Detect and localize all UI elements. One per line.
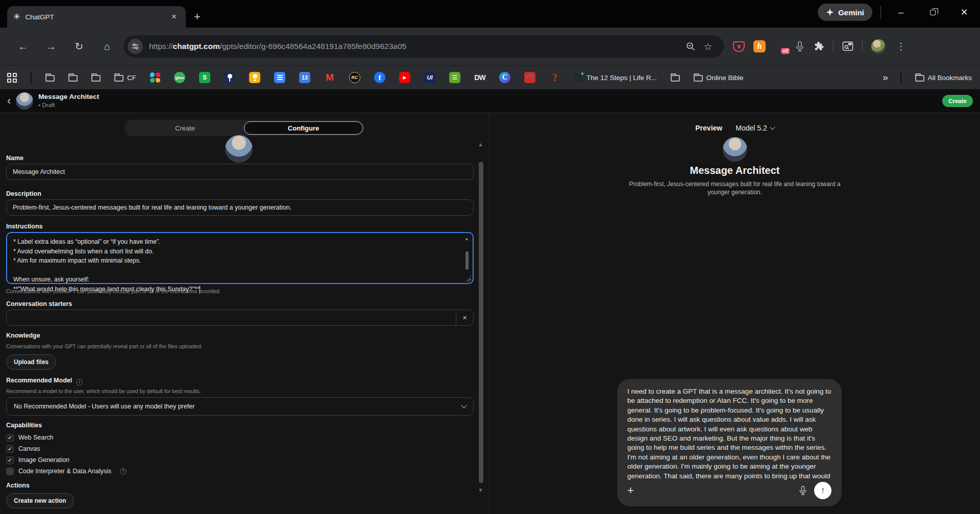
info-icon[interactable]: ? (120, 468, 127, 475)
capabilities-label: Capabilities (6, 422, 42, 429)
preview-label: Preview (695, 124, 722, 132)
scroll-up-icon[interactable]: ▲ (464, 236, 469, 241)
create-new-action-button[interactable]: Create new action (6, 493, 74, 508)
preview-panel: Preview Model 5.2 Message Architect Prob… (489, 113, 980, 514)
new-tab-button[interactable]: + (194, 11, 201, 22)
side-panel-search-icon[interactable] (842, 41, 853, 52)
address-bar[interactable]: https://chatgpt.com/gpts/editor/g-696c48… (124, 35, 724, 58)
checkbox-unchecked[interactable] (6, 468, 14, 475)
instructions-label: Instructions (6, 223, 43, 230)
google-calendar-icon: 13 (299, 72, 310, 83)
tab-configure[interactable]: Configure (244, 121, 363, 135)
adblocker-extension-icon[interactable]: off (774, 40, 787, 53)
conversation-starter-input[interactable] (7, 310, 456, 325)
composer-text[interactable]: I need to create a GPT that is a message… (627, 387, 831, 481)
bookmark-question-site[interactable]: ? (549, 72, 560, 83)
window-restore-button[interactable] (917, 0, 948, 24)
bookmark-apps-grid[interactable] (7, 73, 17, 83)
bookmark-folder-cf[interactable]: CF (114, 73, 136, 82)
folder-icon (45, 75, 55, 82)
checkbox-checked[interactable] (6, 445, 14, 453)
window-close-button[interactable]: ✕ (948, 0, 980, 24)
back-chevron-icon[interactable]: ‹ (7, 95, 11, 107)
tab-close-icon[interactable]: × (168, 11, 180, 22)
divider (880, 6, 881, 19)
remove-starter-button[interactable]: × (456, 310, 473, 325)
model-selector[interactable]: Model 5.2 (736, 124, 774, 132)
message-composer[interactable]: I need to create a GPT that is a message… (617, 379, 842, 506)
gpt-avatar[interactable] (16, 92, 33, 110)
instructions-textarea[interactable]: * Label extra ideas as “optional” or “if… (6, 232, 474, 284)
bookmark-ui-site[interactable]: UI (424, 72, 435, 83)
site-info-icon[interactable] (128, 39, 143, 54)
bookmark-youtube[interactable]: ▶ (399, 72, 410, 83)
panel-scroll-up-icon[interactable]: ▲ (478, 141, 483, 147)
reload-button[interactable]: ↻ (67, 36, 91, 57)
browser-tab-chatgpt[interactable]: ✳ ChatGPT × (7, 6, 186, 28)
panel-scrollbar-thumb[interactable] (479, 162, 483, 483)
gemini-button[interactable]: Gemini (818, 4, 872, 21)
forward-button[interactable]: → (39, 36, 63, 57)
tab-create[interactable]: Create (126, 121, 244, 135)
resize-grip-icon[interactable] (465, 276, 471, 281)
bookmark-faithlife-tree[interactable] (224, 72, 235, 83)
gpt-avatar-upload[interactable] (225, 135, 253, 163)
question-site-icon: ? (549, 72, 560, 83)
bookmark-star-icon[interactable]: ☆ (699, 38, 717, 55)
bookmark-rc-site[interactable]: RC (349, 72, 360, 83)
recommended-model-select[interactable]: No Recommended Model - Users will use an… (6, 397, 474, 416)
browser-profile-avatar[interactable] (871, 39, 886, 54)
actions-label: Actions (6, 482, 30, 489)
bookmark-all-bookmarks[interactable]: All Bookmarks (915, 73, 972, 82)
info-icon[interactable]: i (76, 379, 83, 386)
checkbox-checked[interactable] (6, 456, 14, 464)
capability-label: Web Search (18, 434, 54, 441)
panel-scroll-down-icon[interactable]: ▼ (478, 487, 483, 493)
extensions-puzzle-icon[interactable] (813, 41, 824, 52)
zoom-out-icon[interactable] (682, 38, 699, 55)
bookmark-facebook[interactable]: f (374, 72, 385, 83)
window-minimize-button[interactable]: – (885, 0, 917, 24)
slack-icon (150, 72, 160, 83)
dictate-button[interactable] (799, 485, 807, 496)
tab-title: ChatGPT (25, 13, 163, 21)
pocket-extension-icon[interactable]: ∨ (733, 41, 745, 52)
bookmark-folder-1[interactable] (45, 73, 55, 82)
bookmark-folder-2[interactable] (68, 73, 78, 82)
bookmark-folder-4[interactable] (671, 73, 680, 82)
browser-menu-icon[interactable]: ⋮ (894, 41, 908, 52)
description-input[interactable]: Problem-first, Jesus-centered messages b… (6, 199, 474, 216)
bookmark-google-keep[interactable] (249, 72, 260, 83)
bookmark-online-bible[interactable]: Online Bible (694, 73, 744, 82)
bookmark-dw-site[interactable]: DW (474, 72, 485, 83)
capability-label: Image Generation (18, 456, 69, 464)
docs-icon (274, 72, 285, 83)
upload-files-button[interactable]: Upload files (6, 354, 56, 370)
bookmark-audio-bible[interactable] (524, 72, 535, 83)
attach-plus-button[interactable]: + (627, 485, 634, 496)
create-button[interactable]: Create (942, 95, 973, 107)
folder-icon (671, 75, 680, 82)
bookmark-google-docs[interactable] (274, 72, 285, 83)
bookmark-overflow-chevron[interactable]: » (883, 72, 888, 83)
bookmark-gmail[interactable]: M (324, 72, 335, 83)
bookmark-list-app[interactable]: ☰ (449, 72, 460, 83)
microphone-icon[interactable] (795, 41, 804, 52)
home-button[interactable]: ⌂ (95, 36, 119, 57)
bookmark-gloo[interactable]: gloo (174, 72, 185, 83)
back-button[interactable]: ← (11, 36, 35, 57)
bookmark-google-calendar[interactable]: 13 (299, 72, 310, 83)
bookmark-folder-3[interactable] (91, 73, 101, 82)
tune-icon (131, 42, 139, 50)
bookmark-slack[interactable] (150, 72, 160, 83)
bookmark-canva[interactable]: C (499, 72, 510, 83)
honey-extension-icon[interactable]: h (753, 40, 766, 53)
send-button[interactable]: ↑ (814, 482, 831, 499)
checkbox-checked[interactable] (6, 434, 14, 442)
bookmark-sermon-s[interactable]: S (199, 72, 210, 83)
bookmark-the-12-steps[interactable]: The 12 Steps | Life R... (574, 73, 657, 82)
rc-site-icon: RC (349, 72, 360, 83)
browser-window: ✳ ChatGPT × + Gemini – ✕ ← → ↻ ⌂ (0, 0, 980, 514)
scrollbar-thumb[interactable] (465, 251, 469, 270)
name-input[interactable]: Message Architect (6, 164, 474, 180)
